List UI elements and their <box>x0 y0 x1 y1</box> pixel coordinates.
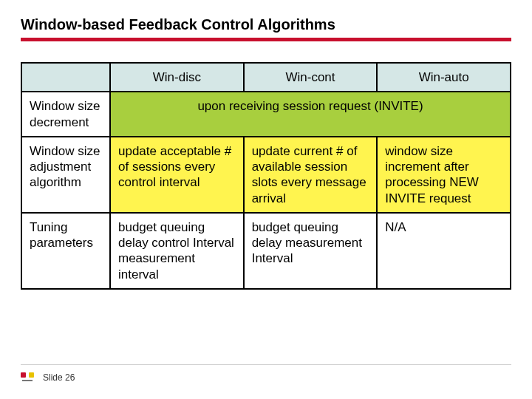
table-row: Window size decrement upon receiving ses… <box>21 92 511 137</box>
page-title: Window-based Feedback Control Algorithms <box>21 16 511 33</box>
footer-rule <box>21 364 511 365</box>
row-label-adjustment: Window size adjustment algorithm <box>21 137 110 213</box>
cell-adjustment-cont: update current # of available session sl… <box>244 137 378 213</box>
title-rule <box>21 38 511 41</box>
footer-row: Slide 26 <box>21 372 511 383</box>
row-label-decrement: Window size decrement <box>21 92 110 137</box>
slide-number: Slide 26 <box>43 372 75 383</box>
cell-tuning-auto: N/A <box>377 213 511 289</box>
cell-tuning-cont: budget queuing delay measurement Interva… <box>244 213 378 289</box>
cell-tuning-disc: budget queuing delay control Interval me… <box>110 213 244 289</box>
col-header-win-disc: Win-disc <box>110 63 244 92</box>
header-corner <box>21 63 110 92</box>
cell-decrement-merged: upon receiving session request (INVITE) <box>110 92 511 137</box>
col-header-win-auto: Win-auto <box>377 63 511 92</box>
table-row: Window size adjustment algorithm update … <box>21 137 511 213</box>
slide: Window-based Feedback Control Algorithms… <box>0 0 532 399</box>
cell-adjustment-disc: update acceptable # of sessions every co… <box>110 137 244 213</box>
cell-adjustment-auto: window size increment after processing N… <box>377 137 511 213</box>
table-header-row: Win-disc Win-cont Win-auto <box>21 63 511 92</box>
row-label-tuning: Tuning parameters <box>21 213 110 289</box>
logo-icon <box>21 372 34 383</box>
comparison-table: Win-disc Win-cont Win-auto Window size d… <box>21 62 511 290</box>
footer: Slide 26 <box>21 364 511 383</box>
col-header-win-cont: Win-cont <box>244 63 378 92</box>
table-row: Tuning parameters budget queuing delay c… <box>21 213 511 289</box>
